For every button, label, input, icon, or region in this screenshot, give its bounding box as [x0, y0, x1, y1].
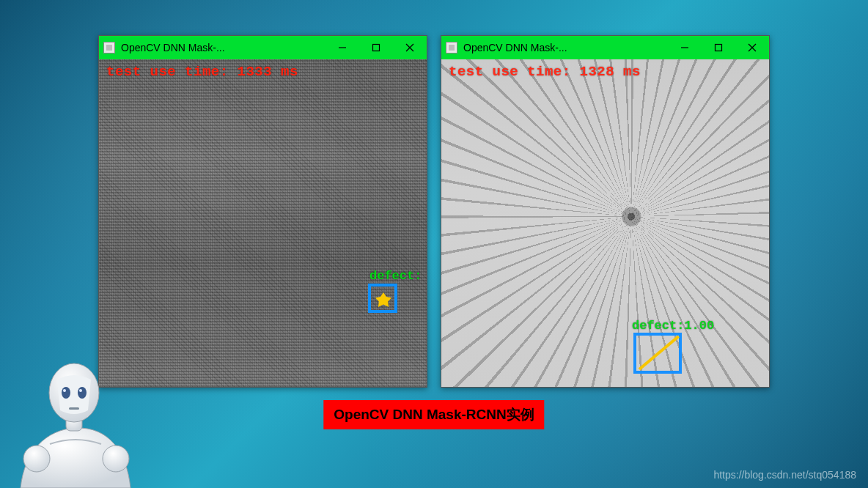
app-icon [103, 42, 115, 53]
timing-overlay: test use time: 1328 ms [449, 64, 641, 80]
minimize-icon [338, 43, 347, 52]
minimize-icon [680, 43, 689, 52]
svg-rect-1 [373, 45, 380, 51]
detection-mask [639, 335, 680, 370]
svg-point-12 [63, 389, 66, 392]
maximize-button[interactable] [702, 36, 735, 59]
svg-point-11 [78, 387, 87, 399]
detection-box [368, 284, 397, 313]
svg-point-16 [103, 446, 129, 472]
window-title: OpenCV DNN Mask-... [121, 42, 225, 53]
maximize-button[interactable] [359, 36, 393, 59]
app-window-left: OpenCV DNN Mask-... test use time: 1333 … [98, 35, 427, 388]
svg-point-13 [79, 389, 82, 392]
titlebar[interactable]: OpenCV DNN Mask-... [441, 36, 769, 59]
robot-mascot [6, 341, 138, 488]
detection-label: defect: [369, 269, 422, 283]
minimize-button[interactable] [668, 36, 702, 59]
windows-container: OpenCV DNN Mask-... test use time: 1333 … [0, 35, 868, 388]
detection-box [633, 333, 682, 374]
close-icon [748, 43, 757, 52]
detection-label: defect:1.00 [632, 319, 714, 333]
app-window-right: OpenCV DNN Mask-... test use time: 1328 … [441, 35, 770, 388]
minimize-button[interactable] [326, 36, 359, 59]
caption-banner: OpenCV DNN Mask-RCNN实例 [323, 400, 544, 429]
window-title: OpenCV DNN Mask-... [463, 42, 567, 53]
app-icon [446, 42, 457, 53]
image-canvas: test use time: 1333 ms defect: [99, 59, 427, 387]
svg-point-10 [62, 387, 70, 399]
maximize-icon [714, 43, 723, 52]
svg-rect-5 [716, 45, 722, 51]
close-icon [405, 43, 414, 52]
svg-point-15 [23, 446, 50, 472]
close-button[interactable] [735, 36, 769, 59]
detection-mask [375, 292, 391, 307]
image-canvas: test use time: 1328 ms defect:1.00 [441, 59, 769, 387]
timing-overlay: test use time: 1333 ms [106, 64, 298, 80]
titlebar[interactable]: OpenCV DNN Mask-... [99, 36, 427, 59]
maximize-icon [372, 43, 380, 52]
robot-icon [6, 341, 138, 488]
svg-rect-14 [69, 407, 79, 410]
watermark-text: https://blog.csdn.net/stq054188 [713, 469, 856, 481]
close-button[interactable] [393, 36, 427, 59]
